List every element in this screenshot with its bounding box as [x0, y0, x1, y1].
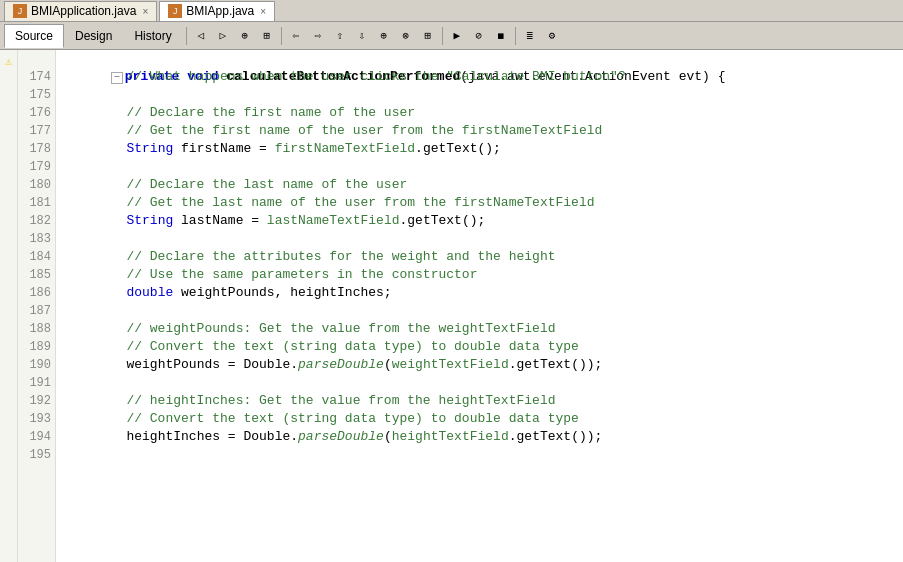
- code-line-182: String lastName = lastNameTextField.getT…: [64, 212, 903, 230]
- gutter-row-190: [0, 358, 17, 376]
- code-line-190: weightPounds = Double.parseDouble(weight…: [64, 356, 903, 374]
- tab-source[interactable]: Source: [4, 24, 64, 48]
- tab-close-2[interactable]: ×: [260, 6, 266, 17]
- gutter-row-189: [0, 340, 17, 358]
- toolbar-btn-6[interactable]: ⇨: [308, 26, 328, 46]
- code-line-188: // weightPounds: Get the value from the …: [64, 320, 903, 338]
- code-line-195: [64, 446, 903, 464]
- tab-label-2: BMIApp.java: [186, 4, 254, 18]
- tab-history-label: History: [134, 29, 171, 43]
- gutter-row-180: [0, 178, 17, 196]
- code-area[interactable]: −private void calculateButtonActionPerfo…: [56, 50, 903, 562]
- toolbar-btn-7[interactable]: ⇧: [330, 26, 350, 46]
- code-line-192: // heightInches: Get the value from the …: [64, 392, 903, 410]
- code-line-174: // What happens when the user clicks the…: [64, 68, 903, 86]
- code-line-194: heightInches = Double.parseDouble(height…: [64, 428, 903, 446]
- gutter-row-175: [0, 88, 17, 106]
- linenum-181: 181: [18, 194, 51, 212]
- code-line-183: [64, 230, 903, 248]
- code-line-178: String firstName = firstNameTextField.ge…: [64, 140, 903, 158]
- code-line-186: double weightPounds, heightInches;: [64, 284, 903, 302]
- tab-design[interactable]: Design: [64, 24, 123, 48]
- tab-bar: J BMIApplication.java × J BMIApp.java ×: [0, 0, 903, 22]
- code-line-175: [64, 86, 903, 104]
- toolbar-btn-12[interactable]: ▶: [447, 26, 467, 46]
- linenum-184: 184: [18, 248, 51, 266]
- toolbar-btn-3[interactable]: ⊕: [235, 26, 255, 46]
- warning-icon: ⚠: [5, 55, 12, 68]
- code-line-181: // Get the last name of the user from th…: [64, 194, 903, 212]
- toolbar-btn-11[interactable]: ⊞: [418, 26, 438, 46]
- linenum-header: [18, 50, 51, 68]
- tab-bmiapp[interactable]: J BMIApp.java ×: [159, 1, 275, 21]
- java-icon-1: J: [13, 4, 27, 18]
- code-line-176: // Declare the first name of the user: [64, 104, 903, 122]
- toolbar-btn-4[interactable]: ⊞: [257, 26, 277, 46]
- code-line-193: // Convert the text (string data type) t…: [64, 410, 903, 428]
- code-line-180: // Declare the last name of the user: [64, 176, 903, 194]
- gutter-row-184: [0, 250, 17, 268]
- tab-label-1: BMIApplication.java: [31, 4, 136, 18]
- java-icon-2: J: [168, 4, 182, 18]
- gutter-row-194: [0, 430, 17, 448]
- tab-bmiapplication[interactable]: J BMIApplication.java ×: [4, 1, 157, 21]
- toolbar-btn-1[interactable]: ◁: [191, 26, 211, 46]
- toolbar-btn-16[interactable]: ⚙: [542, 26, 562, 46]
- gutter-row-195: [0, 448, 17, 466]
- linenum-187: 187: [18, 302, 51, 320]
- toolbar-tabs: Source Design History: [4, 24, 183, 48]
- toolbar-btn-8[interactable]: ⇩: [352, 26, 372, 46]
- linenum-174: 174: [18, 68, 51, 86]
- toolbar-btn-15[interactable]: ≣: [520, 26, 540, 46]
- linenum-177: 177: [18, 122, 51, 140]
- code-line-187: [64, 302, 903, 320]
- tab-close-1[interactable]: ×: [142, 6, 148, 17]
- toolbar-btn-14[interactable]: ◼: [491, 26, 511, 46]
- tab-history[interactable]: History: [123, 24, 182, 48]
- separator-1: [186, 27, 187, 45]
- code-line-185: // Use the same parameters in the constr…: [64, 266, 903, 284]
- linenum-185: 185: [18, 266, 51, 284]
- linenum-193: 193: [18, 410, 51, 428]
- gutter-row-header: ⚠: [0, 52, 17, 70]
- toolbar-btn-13[interactable]: ⊘: [469, 26, 489, 46]
- linenum-191: 191: [18, 374, 51, 392]
- linenum-192: 192: [18, 392, 51, 410]
- gutter-row-183: [0, 232, 17, 250]
- linenum-189: 189: [18, 338, 51, 356]
- linenum-190: 190: [18, 356, 51, 374]
- toolbar-btn-2[interactable]: ▷: [213, 26, 233, 46]
- gutter-row-182: [0, 214, 17, 232]
- code-line-189: // Convert the text (string data type) t…: [64, 338, 903, 356]
- gutter-row-176: [0, 106, 17, 124]
- toolbar-btn-9[interactable]: ⊕: [374, 26, 394, 46]
- linenum-188: 188: [18, 320, 51, 338]
- code-line-191: [64, 374, 903, 392]
- gutter-row-186: [0, 286, 17, 304]
- tab-source-label: Source: [15, 29, 53, 43]
- linenum-186: 186: [18, 284, 51, 302]
- gutter-row-187: [0, 304, 17, 322]
- gutter-row-174: [0, 70, 17, 88]
- gutter-row-177: [0, 124, 17, 142]
- separator-4: [515, 27, 516, 45]
- code-line-179: [64, 158, 903, 176]
- linenum-178: 178: [18, 140, 51, 158]
- separator-3: [442, 27, 443, 45]
- gutter-row-178: [0, 142, 17, 160]
- linenum-195: 195: [18, 446, 51, 464]
- gutter-row-181: [0, 196, 17, 214]
- linenum-175: 175: [18, 86, 51, 104]
- linenum-183: 183: [18, 230, 51, 248]
- code-line-177: // Get the first name of the user from t…: [64, 122, 903, 140]
- tab-design-label: Design: [75, 29, 112, 43]
- linenum-182: 182: [18, 212, 51, 230]
- linenum-194: 194: [18, 428, 51, 446]
- gutter-row-185: [0, 268, 17, 286]
- gutter-row-188: [0, 322, 17, 340]
- editor-container: ⚠ 174 175 176 177 178 179 180 18: [0, 50, 903, 562]
- toolbar-btn-5[interactable]: ⇦: [286, 26, 306, 46]
- linenum-179: 179: [18, 158, 51, 176]
- gutter-row-192: [0, 394, 17, 412]
- toolbar-btn-10[interactable]: ⊗: [396, 26, 416, 46]
